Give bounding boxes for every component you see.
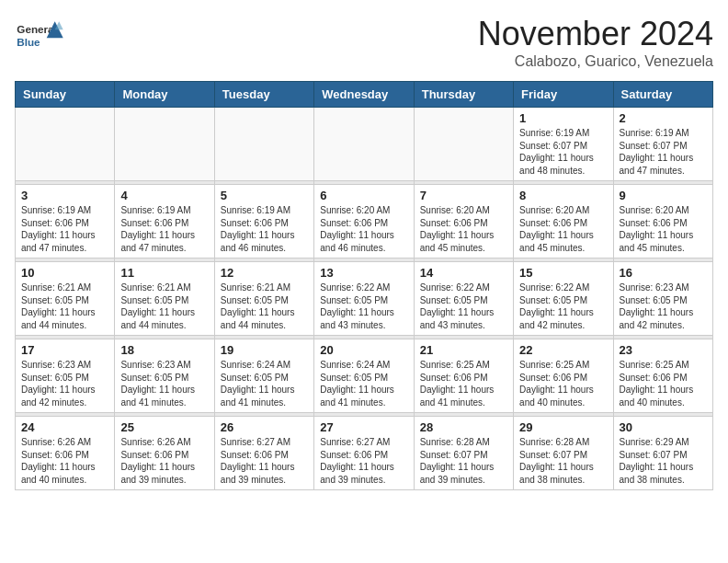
day-number: 16: [620, 266, 707, 280]
location-text: Calabozo, Guarico, Venezuela: [478, 53, 713, 70]
day-info: Sunrise: 6:21 AMSunset: 6:05 PMDaylight:…: [21, 282, 108, 331]
calendar-cell: [115, 108, 214, 181]
day-info: Sunrise: 6:27 AMSunset: 6:06 PMDaylight:…: [221, 436, 308, 486]
calendar-cell: 18Sunrise: 6:23 AMSunset: 6:05 PMDayligh…: [115, 339, 214, 413]
day-number: 23: [620, 343, 707, 357]
day-number: 30: [620, 420, 707, 434]
day-info: Sunrise: 6:24 AMSunset: 6:05 PMDaylight:…: [221, 359, 308, 408]
day-info: Sunrise: 6:22 AMSunset: 6:05 PMDaylight:…: [320, 282, 407, 331]
day-number: 12: [221, 266, 308, 280]
day-number: 13: [320, 266, 407, 280]
day-info: Sunrise: 6:27 AMSunset: 6:06 PMDaylight:…: [320, 436, 407, 486]
day-number: 2: [620, 111, 707, 125]
day-number: 11: [120, 266, 208, 280]
calendar-week-4: 17Sunrise: 6:23 AMSunset: 6:05 PMDayligh…: [16, 339, 713, 413]
calendar-cell: 13Sunrise: 6:22 AMSunset: 6:05 PMDayligh…: [314, 262, 414, 336]
day-number: 29: [519, 420, 607, 434]
calendar-cell: 20Sunrise: 6:24 AMSunset: 6:05 PMDayligh…: [314, 339, 414, 413]
day-number: 10: [21, 266, 108, 280]
calendar-cell: 2Sunrise: 6:19 AMSunset: 6:07 PMDaylight…: [613, 108, 712, 181]
day-number: 8: [519, 189, 607, 202]
calendar-cell: [314, 108, 414, 181]
day-info: Sunrise: 6:28 AMSunset: 6:07 PMDaylight:…: [420, 436, 507, 486]
calendar-cell: 16Sunrise: 6:23 AMSunset: 6:05 PMDayligh…: [613, 262, 712, 336]
day-info: Sunrise: 6:20 AMSunset: 6:06 PMDaylight:…: [620, 204, 707, 254]
col-saturday: Saturday: [613, 82, 712, 108]
calendar-cell: 30Sunrise: 6:29 AMSunset: 6:07 PMDayligh…: [613, 417, 712, 490]
day-info: Sunrise: 6:23 AMSunset: 6:05 PMDaylight:…: [120, 359, 208, 408]
calendar-week-2: 3Sunrise: 6:19 AMSunset: 6:06 PMDaylight…: [16, 185, 713, 259]
day-info: Sunrise: 6:19 AMSunset: 6:07 PMDaylight:…: [519, 127, 607, 177]
day-info: Sunrise: 6:26 AMSunset: 6:06 PMDaylight:…: [21, 436, 108, 486]
day-info: Sunrise: 6:24 AMSunset: 6:05 PMDaylight:…: [320, 359, 407, 408]
calendar-cell: 19Sunrise: 6:24 AMSunset: 6:05 PMDayligh…: [214, 339, 313, 413]
calendar-week-5: 24Sunrise: 6:26 AMSunset: 6:06 PMDayligh…: [16, 417, 713, 490]
col-tuesday: Tuesday: [214, 82, 313, 108]
day-number: 28: [420, 420, 507, 434]
calendar-cell: 25Sunrise: 6:26 AMSunset: 6:06 PMDayligh…: [115, 417, 214, 490]
calendar-cell: 17Sunrise: 6:23 AMSunset: 6:05 PMDayligh…: [16, 339, 115, 413]
day-info: Sunrise: 6:21 AMSunset: 6:05 PMDaylight:…: [221, 282, 308, 331]
day-info: Sunrise: 6:19 AMSunset: 6:06 PMDaylight:…: [221, 204, 308, 254]
day-number: 21: [420, 343, 507, 357]
calendar-cell: 21Sunrise: 6:25 AMSunset: 6:06 PMDayligh…: [414, 339, 513, 413]
calendar-week-1: 1Sunrise: 6:19 AMSunset: 6:07 PMDaylight…: [16, 108, 713, 181]
calendar-cell: 15Sunrise: 6:22 AMSunset: 6:05 PMDayligh…: [514, 262, 613, 336]
calendar-table: Sunday Monday Tuesday Wednesday Thursday…: [15, 81, 713, 490]
day-number: 26: [221, 420, 308, 434]
logo-icon: General Blue: [15, 15, 65, 56]
day-number: 15: [519, 266, 607, 280]
calendar-cell: 5Sunrise: 6:19 AMSunset: 6:06 PMDaylight…: [214, 185, 313, 259]
day-info: Sunrise: 6:25 AMSunset: 6:06 PMDaylight:…: [620, 359, 707, 408]
calendar-week-3: 10Sunrise: 6:21 AMSunset: 6:05 PMDayligh…: [16, 262, 713, 336]
day-info: Sunrise: 6:28 AMSunset: 6:07 PMDaylight:…: [519, 436, 607, 486]
day-number: 22: [519, 343, 607, 357]
day-info: Sunrise: 6:20 AMSunset: 6:06 PMDaylight:…: [420, 204, 507, 254]
calendar-cell: 26Sunrise: 6:27 AMSunset: 6:06 PMDayligh…: [214, 417, 313, 490]
col-thursday: Thursday: [414, 82, 513, 108]
calendar-cell: [214, 108, 313, 181]
title-block: November 2024 Calabozo, Guarico, Venezue…: [478, 15, 713, 70]
calendar-header-row: Sunday Monday Tuesday Wednesday Thursday…: [16, 82, 713, 108]
day-number: 19: [221, 343, 308, 357]
calendar-cell: 27Sunrise: 6:27 AMSunset: 6:06 PMDayligh…: [314, 417, 414, 490]
day-info: Sunrise: 6:23 AMSunset: 6:05 PMDaylight:…: [620, 282, 707, 331]
day-number: 27: [320, 420, 407, 434]
calendar-cell: 10Sunrise: 6:21 AMSunset: 6:05 PMDayligh…: [16, 262, 115, 336]
day-info: Sunrise: 6:25 AMSunset: 6:06 PMDaylight:…: [519, 359, 607, 408]
day-number: 20: [320, 343, 407, 357]
day-info: Sunrise: 6:26 AMSunset: 6:06 PMDaylight:…: [120, 436, 208, 486]
col-friday: Friday: [514, 82, 613, 108]
day-info: Sunrise: 6:19 AMSunset: 6:06 PMDaylight:…: [21, 204, 108, 254]
day-info: Sunrise: 6:23 AMSunset: 6:05 PMDaylight:…: [21, 359, 108, 408]
day-number: 6: [320, 189, 407, 202]
calendar-cell: 9Sunrise: 6:20 AMSunset: 6:06 PMDaylight…: [613, 185, 712, 259]
day-number: 14: [420, 266, 507, 280]
page-header: General Blue November 2024 Calabozo, Gua…: [15, 15, 713, 70]
calendar-cell: 24Sunrise: 6:26 AMSunset: 6:06 PMDayligh…: [16, 417, 115, 490]
calendar-cell: 23Sunrise: 6:25 AMSunset: 6:06 PMDayligh…: [613, 339, 712, 413]
day-info: Sunrise: 6:21 AMSunset: 6:05 PMDaylight:…: [120, 282, 208, 331]
calendar-cell: 12Sunrise: 6:21 AMSunset: 6:05 PMDayligh…: [214, 262, 313, 336]
calendar-cell: 14Sunrise: 6:22 AMSunset: 6:05 PMDayligh…: [414, 262, 513, 336]
calendar-cell: 7Sunrise: 6:20 AMSunset: 6:06 PMDaylight…: [414, 185, 513, 259]
svg-text:Blue: Blue: [17, 36, 40, 48]
calendar-cell: 6Sunrise: 6:20 AMSunset: 6:06 PMDaylight…: [314, 185, 414, 259]
day-number: 25: [120, 420, 208, 434]
calendar-cell: 22Sunrise: 6:25 AMSunset: 6:06 PMDayligh…: [514, 339, 613, 413]
day-number: 17: [21, 343, 108, 357]
calendar-cell: 1Sunrise: 6:19 AMSunset: 6:07 PMDaylight…: [514, 108, 613, 181]
day-number: 3: [21, 189, 108, 202]
logo: General Blue: [15, 15, 65, 56]
day-info: Sunrise: 6:19 AMSunset: 6:07 PMDaylight:…: [620, 127, 707, 177]
calendar-cell: 4Sunrise: 6:19 AMSunset: 6:06 PMDaylight…: [115, 185, 214, 259]
day-number: 4: [120, 189, 208, 202]
col-wednesday: Wednesday: [314, 82, 414, 108]
day-number: 24: [21, 420, 108, 434]
month-title: November 2024: [478, 15, 713, 53]
col-sunday: Sunday: [16, 82, 115, 108]
day-info: Sunrise: 6:20 AMSunset: 6:06 PMDaylight:…: [320, 204, 407, 254]
day-info: Sunrise: 6:29 AMSunset: 6:07 PMDaylight:…: [620, 436, 707, 486]
calendar-cell: 29Sunrise: 6:28 AMSunset: 6:07 PMDayligh…: [514, 417, 613, 490]
calendar-cell: 11Sunrise: 6:21 AMSunset: 6:05 PMDayligh…: [115, 262, 214, 336]
